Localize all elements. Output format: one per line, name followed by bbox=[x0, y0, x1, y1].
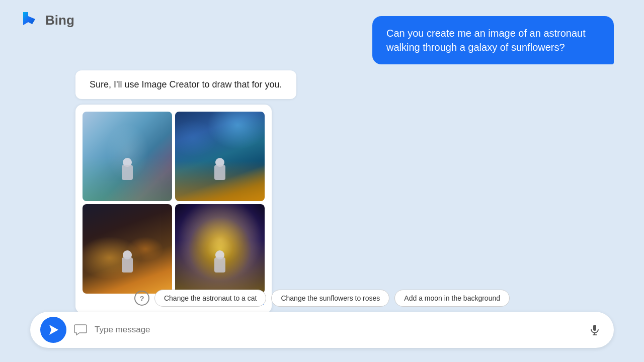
mic-icon bbox=[589, 324, 601, 336]
bing-icon bbox=[18, 9, 40, 31]
suggestion-chip-2[interactable]: Change the sunflowers to roses bbox=[271, 290, 389, 307]
astronaut-figure-2 bbox=[213, 158, 227, 186]
astronaut-figure-1 bbox=[120, 158, 134, 186]
message-input[interactable] bbox=[95, 325, 579, 335]
help-icon[interactable]: ? bbox=[134, 291, 149, 306]
generated-image-4[interactable] bbox=[175, 204, 265, 294]
image-grid-container: Made with Image Creator bbox=[75, 105, 272, 313]
send-button[interactable] bbox=[40, 317, 66, 343]
astronaut-figure-4 bbox=[213, 250, 227, 279]
generated-image-2[interactable] bbox=[175, 112, 265, 201]
send-icon bbox=[46, 323, 60, 337]
generated-image-1[interactable] bbox=[83, 112, 172, 201]
suggestion-chip-1[interactable]: Change the astronaut to a cat bbox=[154, 290, 266, 307]
app-name: Bing bbox=[45, 13, 74, 28]
bot-reply-text: Sure, I'll use Image Creator to draw tha… bbox=[90, 79, 282, 89]
bot-reply-bubble: Sure, I'll use Image Creator to draw tha… bbox=[75, 70, 296, 99]
input-bar bbox=[30, 312, 614, 348]
mic-button[interactable] bbox=[586, 321, 604, 339]
user-message-bubble: Can you create me an image of an astrona… bbox=[372, 16, 614, 64]
svg-rect-0 bbox=[593, 325, 596, 331]
bing-logo: Bing bbox=[18, 9, 74, 31]
user-message-text: Can you create me an image of an astrona… bbox=[386, 28, 586, 53]
astronaut-figure-3 bbox=[120, 250, 134, 279]
suggestion-chip-3[interactable]: Add a moon in the background bbox=[394, 290, 510, 307]
suggestions-area: ? Change the astronaut to a cat Change t… bbox=[0, 290, 644, 307]
chat-icon bbox=[73, 323, 88, 337]
generated-image-3[interactable] bbox=[83, 204, 172, 294]
image-grid bbox=[83, 112, 265, 294]
